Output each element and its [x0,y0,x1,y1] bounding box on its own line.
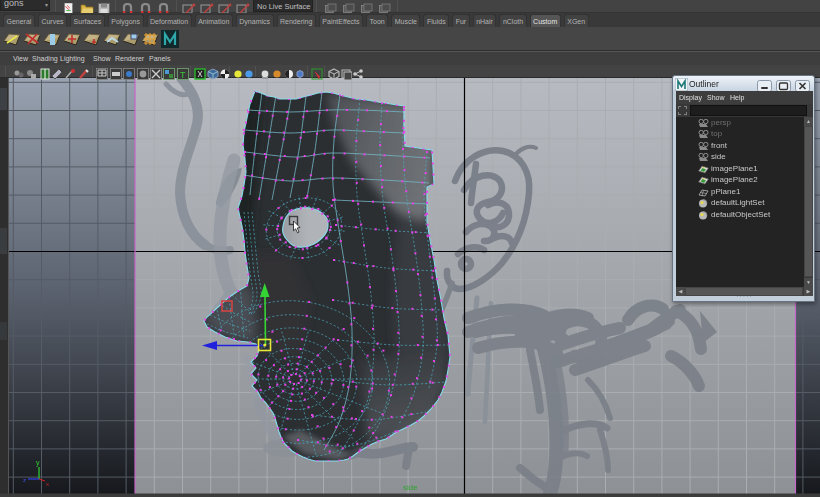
svg-text:side: side [403,483,418,492]
svg-text:y: y [36,459,40,467]
svg-text:z: z [23,477,26,483]
svg-text:T: T [180,69,186,79]
svg-text:x: x [46,481,49,487]
